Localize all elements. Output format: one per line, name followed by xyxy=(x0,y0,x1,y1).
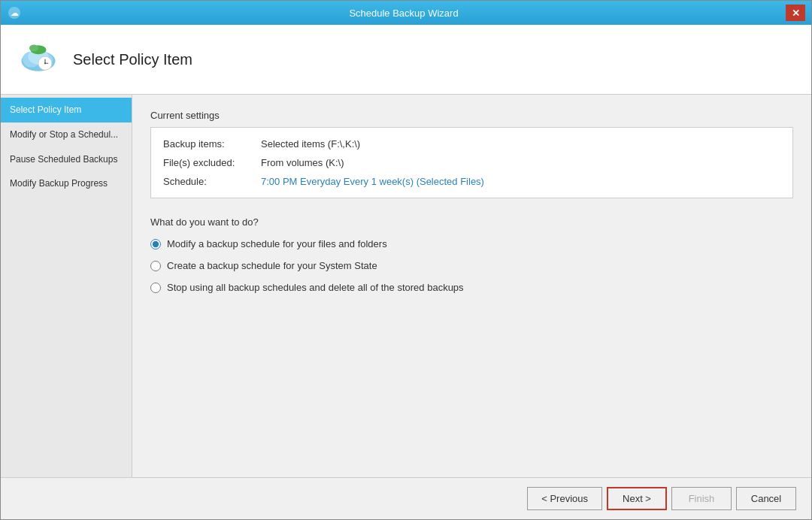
backup-items-value: Selected items (F:\,K:\) xyxy=(261,138,360,150)
sidebar-item-select-policy[interactable]: Select Policy Item xyxy=(1,98,132,122)
header-icon xyxy=(16,37,61,82)
schedule-value: 7:00 PM Everyday Every 1 week(s) (Select… xyxy=(261,176,484,187)
settings-row-excluded: File(s) excluded: From volumes (K:\) xyxy=(163,157,780,168)
what-label: What do you want to do? xyxy=(150,216,793,228)
header-panel: Select Policy Item xyxy=(1,25,811,95)
radio-group: Modify a backup schedule for your files … xyxy=(150,238,793,293)
wizard-window: ☁ Schedule Backup Wizard ✕ xyxy=(0,0,812,520)
previous-button[interactable]: < Previous xyxy=(527,487,602,510)
sidebar-item-modify-stop[interactable]: Modify or Stop a Schedul... xyxy=(1,122,132,147)
backup-items-key: Backup items: xyxy=(163,138,261,150)
files-excluded-value: From volumes (K:\) xyxy=(261,157,344,168)
radio-stop-delete[interactable]: Stop using all backup schedules and dele… xyxy=(150,282,793,293)
settings-row-schedule: Schedule: 7:00 PM Everyday Every 1 week(… xyxy=(163,176,780,187)
svg-point-12 xyxy=(44,62,46,64)
header-title: Select Policy Item xyxy=(73,51,192,68)
files-excluded-key: File(s) excluded: xyxy=(163,157,261,168)
radio-modify-files[interactable]: Modify a backup schedule for your files … xyxy=(150,238,793,249)
schedule-key: Schedule: xyxy=(163,176,261,187)
app-icon: ☁ xyxy=(7,5,22,20)
title-bar: ☁ Schedule Backup Wizard ✕ xyxy=(1,1,811,25)
settings-box: Backup items: Selected items (F:\,K:\) F… xyxy=(150,127,793,198)
radio-create-system[interactable]: Create a backup schedule for your System… xyxy=(150,260,793,271)
current-settings-label: Current settings xyxy=(150,110,793,121)
content-area: Current settings Backup items: Selected … xyxy=(132,95,811,477)
close-button[interactable]: ✕ xyxy=(786,5,805,21)
main-content: Select Policy Item Modify or Stop a Sche… xyxy=(1,95,811,477)
sidebar-item-pause-scheduled[interactable]: Pause Scheduled Backups xyxy=(1,147,132,172)
sidebar-item-modify-progress[interactable]: Modify Backup Progress xyxy=(1,171,132,196)
footer: < Previous Next > Finish Cancel xyxy=(1,477,811,519)
svg-point-7 xyxy=(29,45,38,52)
sidebar: Select Policy Item Modify or Stop a Sche… xyxy=(1,95,132,477)
cancel-button[interactable]: Cancel xyxy=(736,487,796,510)
next-button[interactable]: Next > xyxy=(607,487,667,510)
finish-button[interactable]: Finish xyxy=(671,487,732,510)
window-title: Schedule Backup Wizard xyxy=(22,8,786,19)
svg-text:☁: ☁ xyxy=(11,8,19,17)
settings-row-backup: Backup items: Selected items (F:\,K:\) xyxy=(163,138,780,150)
